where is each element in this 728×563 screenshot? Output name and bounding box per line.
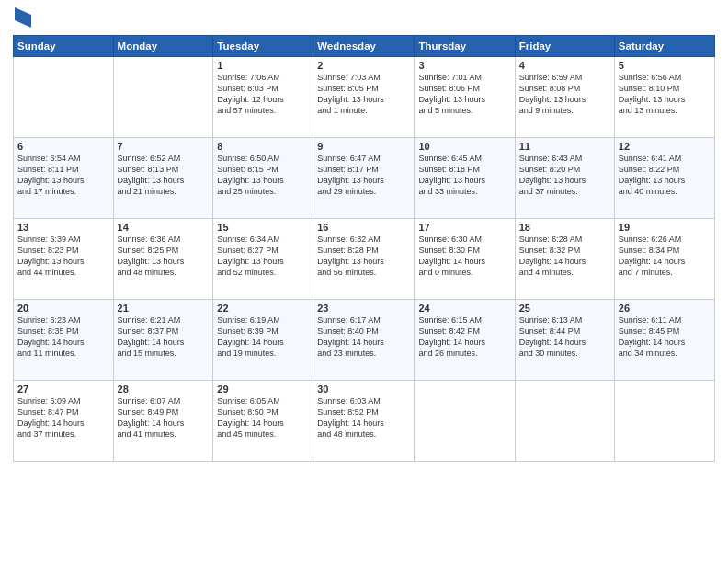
page: SundayMondayTuesdayWednesdayThursdayFrid… xyxy=(0,0,728,563)
day-cell: 22Sunrise: 6:19 AM Sunset: 8:39 PM Dayli… xyxy=(213,300,313,381)
header xyxy=(13,9,715,28)
svg-marker-0 xyxy=(15,7,31,28)
day-detail: Sunrise: 6:36 AM Sunset: 8:25 PM Dayligh… xyxy=(118,235,185,277)
day-number: 6 xyxy=(17,141,109,152)
day-detail: Sunrise: 6:32 AM Sunset: 8:28 PM Dayligh… xyxy=(317,235,384,277)
day-cell: 14Sunrise: 6:36 AM Sunset: 8:25 PM Dayli… xyxy=(113,219,213,300)
day-cell: 20Sunrise: 6:23 AM Sunset: 8:35 PM Dayli… xyxy=(14,300,114,381)
day-number: 16 xyxy=(317,222,410,233)
day-cell xyxy=(614,381,714,462)
week-row-4: 20Sunrise: 6:23 AM Sunset: 8:35 PM Dayli… xyxy=(14,300,715,381)
day-cell: 13Sunrise: 6:39 AM Sunset: 8:23 PM Dayli… xyxy=(14,219,114,300)
day-number: 26 xyxy=(619,303,711,314)
day-header-monday: Monday xyxy=(113,36,213,57)
day-number: 18 xyxy=(519,222,610,233)
day-cell: 18Sunrise: 6:28 AM Sunset: 8:32 PM Dayli… xyxy=(515,219,614,300)
day-cell xyxy=(14,57,114,138)
day-detail: Sunrise: 6:09 AM Sunset: 8:47 PM Dayligh… xyxy=(17,396,85,439)
day-detail: Sunrise: 6:41 AM Sunset: 8:22 PM Dayligh… xyxy=(619,154,686,196)
day-header-wednesday: Wednesday xyxy=(313,36,415,57)
day-detail: Sunrise: 7:03 AM Sunset: 8:05 PM Dayligh… xyxy=(317,73,384,115)
day-cell: 4Sunrise: 6:59 AM Sunset: 8:08 PM Daylig… xyxy=(515,57,614,138)
day-detail: Sunrise: 6:28 AM Sunset: 8:32 PM Dayligh… xyxy=(519,235,586,277)
day-detail: Sunrise: 6:50 AM Sunset: 8:15 PM Dayligh… xyxy=(217,154,284,196)
week-row-5: 27Sunrise: 6:09 AM Sunset: 8:47 PM Dayli… xyxy=(14,381,715,462)
day-cell: 5Sunrise: 6:56 AM Sunset: 8:10 PM Daylig… xyxy=(614,57,714,138)
day-detail: Sunrise: 6:21 AM Sunset: 8:37 PM Dayligh… xyxy=(118,316,185,358)
day-detail: Sunrise: 6:30 AM Sunset: 8:30 PM Dayligh… xyxy=(418,235,485,277)
day-cell xyxy=(113,57,213,138)
day-cell: 1Sunrise: 7:06 AM Sunset: 8:03 PM Daylig… xyxy=(213,57,313,138)
day-cell xyxy=(515,381,614,462)
day-cell: 10Sunrise: 6:45 AM Sunset: 8:18 PM Dayli… xyxy=(415,138,515,219)
calendar-header-row: SundayMondayTuesdayWednesdayThursdayFrid… xyxy=(14,36,715,57)
day-detail: Sunrise: 7:06 AM Sunset: 8:03 PM Dayligh… xyxy=(217,73,284,115)
day-detail: Sunrise: 6:54 AM Sunset: 8:11 PM Dayligh… xyxy=(17,154,85,196)
day-number: 11 xyxy=(519,141,610,152)
day-number: 3 xyxy=(418,60,510,71)
day-cell: 15Sunrise: 6:34 AM Sunset: 8:27 PM Dayli… xyxy=(213,219,313,300)
week-row-2: 6Sunrise: 6:54 AM Sunset: 8:11 PM Daylig… xyxy=(14,138,715,219)
day-number: 22 xyxy=(217,303,309,314)
day-detail: Sunrise: 6:47 AM Sunset: 8:17 PM Dayligh… xyxy=(317,154,384,196)
day-number: 23 xyxy=(317,303,410,314)
day-header-saturday: Saturday xyxy=(614,36,714,57)
day-number: 29 xyxy=(217,384,309,395)
day-detail: Sunrise: 6:56 AM Sunset: 8:10 PM Dayligh… xyxy=(619,73,686,115)
day-cell: 7Sunrise: 6:52 AM Sunset: 8:13 PM Daylig… xyxy=(113,138,213,219)
logo-icon xyxy=(15,7,31,28)
day-detail: Sunrise: 6:23 AM Sunset: 8:35 PM Dayligh… xyxy=(17,316,85,358)
day-cell: 2Sunrise: 7:03 AM Sunset: 8:05 PM Daylig… xyxy=(313,57,415,138)
day-cell: 17Sunrise: 6:30 AM Sunset: 8:30 PM Dayli… xyxy=(415,219,515,300)
day-detail: Sunrise: 6:59 AM Sunset: 8:08 PM Dayligh… xyxy=(519,73,586,115)
day-cell: 11Sunrise: 6:43 AM Sunset: 8:20 PM Dayli… xyxy=(515,138,614,219)
day-number: 19 xyxy=(619,222,711,233)
day-detail: Sunrise: 6:39 AM Sunset: 8:23 PM Dayligh… xyxy=(17,235,85,277)
day-cell xyxy=(415,381,515,462)
day-number: 27 xyxy=(17,384,109,395)
day-detail: Sunrise: 6:07 AM Sunset: 8:49 PM Dayligh… xyxy=(118,396,185,439)
day-number: 1 xyxy=(217,60,309,71)
day-number: 7 xyxy=(118,141,210,152)
day-detail: Sunrise: 7:01 AM Sunset: 8:06 PM Dayligh… xyxy=(418,73,485,115)
day-cell: 27Sunrise: 6:09 AM Sunset: 8:47 PM Dayli… xyxy=(14,381,114,462)
day-cell: 25Sunrise: 6:13 AM Sunset: 8:44 PM Dayli… xyxy=(515,300,614,381)
day-detail: Sunrise: 6:15 AM Sunset: 8:42 PM Dayligh… xyxy=(418,316,485,358)
day-detail: Sunrise: 6:43 AM Sunset: 8:20 PM Dayligh… xyxy=(519,154,586,196)
day-number: 25 xyxy=(519,303,610,314)
day-number: 28 xyxy=(118,384,210,395)
day-number: 8 xyxy=(217,141,309,152)
day-header-friday: Friday xyxy=(515,36,614,57)
day-number: 24 xyxy=(418,303,510,314)
day-detail: Sunrise: 6:13 AM Sunset: 8:44 PM Dayligh… xyxy=(519,316,586,358)
day-detail: Sunrise: 6:45 AM Sunset: 8:18 PM Dayligh… xyxy=(418,154,485,196)
day-cell: 21Sunrise: 6:21 AM Sunset: 8:37 PM Dayli… xyxy=(113,300,213,381)
day-number: 4 xyxy=(519,60,610,71)
day-detail: Sunrise: 6:34 AM Sunset: 8:27 PM Dayligh… xyxy=(217,235,284,277)
week-row-1: 1Sunrise: 7:06 AM Sunset: 8:03 PM Daylig… xyxy=(14,57,715,138)
day-number: 12 xyxy=(619,141,711,152)
day-number: 21 xyxy=(118,303,210,314)
day-cell: 19Sunrise: 6:26 AM Sunset: 8:34 PM Dayli… xyxy=(614,219,714,300)
logo xyxy=(13,9,31,28)
day-detail: Sunrise: 6:19 AM Sunset: 8:39 PM Dayligh… xyxy=(217,316,284,358)
day-number: 30 xyxy=(317,384,410,395)
day-cell: 9Sunrise: 6:47 AM Sunset: 8:17 PM Daylig… xyxy=(313,138,415,219)
day-cell: 16Sunrise: 6:32 AM Sunset: 8:28 PM Dayli… xyxy=(313,219,415,300)
day-number: 9 xyxy=(317,141,410,152)
day-header-tuesday: Tuesday xyxy=(213,36,313,57)
day-cell: 28Sunrise: 6:07 AM Sunset: 8:49 PM Dayli… xyxy=(113,381,213,462)
day-cell: 23Sunrise: 6:17 AM Sunset: 8:40 PM Dayli… xyxy=(313,300,415,381)
day-detail: Sunrise: 6:03 AM Sunset: 8:52 PM Dayligh… xyxy=(317,396,384,439)
day-number: 5 xyxy=(619,60,711,71)
day-header-thursday: Thursday xyxy=(415,36,515,57)
day-detail: Sunrise: 6:05 AM Sunset: 8:50 PM Dayligh… xyxy=(217,396,284,439)
day-number: 14 xyxy=(118,222,210,233)
day-cell: 8Sunrise: 6:50 AM Sunset: 8:15 PM Daylig… xyxy=(213,138,313,219)
day-detail: Sunrise: 6:11 AM Sunset: 8:45 PM Dayligh… xyxy=(619,316,686,358)
day-cell: 24Sunrise: 6:15 AM Sunset: 8:42 PM Dayli… xyxy=(415,300,515,381)
day-number: 15 xyxy=(217,222,309,233)
day-cell: 3Sunrise: 7:01 AM Sunset: 8:06 PM Daylig… xyxy=(415,57,515,138)
week-row-3: 13Sunrise: 6:39 AM Sunset: 8:23 PM Dayli… xyxy=(14,219,715,300)
day-cell: 29Sunrise: 6:05 AM Sunset: 8:50 PM Dayli… xyxy=(213,381,313,462)
